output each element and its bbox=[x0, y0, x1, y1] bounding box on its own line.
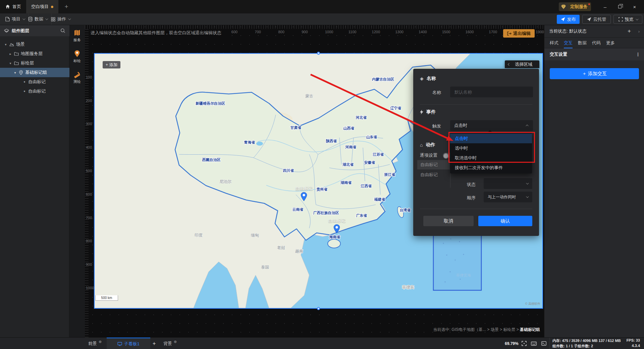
tool-service[interactable]: 服务 bbox=[69, 29, 85, 43]
interaction-settings-title: 交互设置 bbox=[550, 51, 567, 57]
cloud-host-button[interactable]: 云托管 bbox=[582, 15, 611, 24]
tab-more[interactable]: 更多 bbox=[606, 38, 615, 48]
map-label: 菲律宾海 bbox=[456, 273, 471, 277]
resize-handle-bottom[interactable] bbox=[317, 307, 320, 310]
order-select[interactable]: 与上一动作同时 bbox=[484, 192, 532, 202]
tree-item-map-service-layer[interactable]: ▸ 地图服务层 bbox=[0, 49, 69, 58]
map-label: 印度 bbox=[195, 233, 203, 238]
chevron-left-icon[interactable] bbox=[508, 63, 511, 65]
fit-screen-button[interactable] bbox=[520, 340, 528, 347]
tab-project-label: 空白项目 bbox=[31, 4, 49, 10]
action-list-item-selected[interactable]: 自由标记 bbox=[417, 160, 450, 169]
marker-pin-icon bbox=[333, 224, 340, 234]
tool-label: 测绘 bbox=[73, 79, 81, 84]
ruler-label: 1000 bbox=[86, 286, 94, 290]
map-label: 新疆维吾尔自治区 bbox=[195, 101, 225, 105]
add-circle-icon[interactable]: ⊕ bbox=[174, 340, 177, 344]
tree-item-basic-marker-group[interactable]: ▾ 基础标记组 bbox=[0, 68, 69, 77]
map-label: 蒙古 bbox=[305, 94, 313, 98]
tool-plot[interactable]: 标绘 bbox=[69, 50, 85, 63]
zoom-level[interactable]: 69.79% bbox=[505, 338, 519, 349]
menu-operation[interactable]: 操作 bbox=[47, 13, 74, 25]
ruler-label: 400 bbox=[86, 145, 92, 149]
state-select[interactable] bbox=[484, 178, 532, 189]
name-section-title: 名称 bbox=[427, 76, 436, 82]
subboard-tab[interactable]: 子看板1 bbox=[107, 338, 150, 349]
tab-code[interactable]: 代码 bbox=[592, 38, 601, 48]
add-circle-icon[interactable]: ⊕ bbox=[99, 340, 102, 344]
titlebar: 首页 空白项目 + 定制服务 – × bbox=[0, 0, 644, 13]
search-icon[interactable] bbox=[60, 28, 65, 33]
cancel-button[interactable]: 取消 bbox=[423, 216, 474, 226]
tree-item-plot-layer[interactable]: ▾ 标绘层 bbox=[0, 58, 69, 68]
dropdown-option-click[interactable]: 点击时 bbox=[450, 134, 532, 143]
tree-item-free-marker-2[interactable]: • 自由标记 bbox=[0, 87, 69, 96]
tool-survey[interactable]: 测绘 bbox=[69, 71, 85, 84]
confirm-button[interactable]: 确认 bbox=[478, 216, 532, 226]
tab-project[interactable]: 空白项目 bbox=[26, 0, 58, 13]
tree-item-scene[interactable]: ▾ 场景 bbox=[0, 40, 69, 49]
caret-right-icon[interactable]: ▸ bbox=[9, 52, 12, 56]
ruler-label: 600 bbox=[86, 192, 92, 196]
edit-mode-tip: 进入编辑状态会自动隐藏其他组件图层，双击空白区域退出编辑状态 bbox=[91, 30, 224, 36]
foreground-tab[interactable]: 前景 ⊕ bbox=[88, 338, 102, 349]
new-tab-button[interactable]: + bbox=[60, 0, 72, 13]
map-label: 安徽省 bbox=[364, 160, 375, 164]
trigger-dropdown-menu: 点击时 选中时 取消选中时 接收到二次开发中的事件 bbox=[450, 133, 532, 173]
minimize-button[interactable]: – bbox=[598, 0, 612, 13]
add-interaction-button[interactable]: ＋ 添加交互 bbox=[550, 68, 639, 79]
add-marker-button[interactable]: + 添加 bbox=[103, 61, 120, 68]
preview-button[interactable]: 预览 bbox=[613, 15, 642, 24]
map-marker[interactable]: 自由标记 bbox=[328, 218, 345, 234]
component-count: 组件数: 1 / 1 子组件数: 2 bbox=[552, 344, 593, 349]
console-button[interactable] bbox=[540, 340, 547, 347]
caret-down-icon[interactable]: ▾ bbox=[13, 71, 17, 74]
add-state-button[interactable]: + bbox=[628, 28, 631, 35]
tab-interaction[interactable]: 交互 bbox=[564, 38, 573, 48]
caret-down-icon[interactable]: ▾ bbox=[4, 43, 7, 46]
action-list-item[interactable]: 自由标记 bbox=[417, 170, 450, 180]
breadcrumb: 当前选中: GIS电子地图（基... > 场景 > 标绘层 > 基础标记组 bbox=[433, 327, 540, 333]
close-button[interactable]: × bbox=[627, 0, 642, 13]
tab-style[interactable]: 样式 bbox=[550, 38, 558, 48]
select-region-header[interactable]: 选择区域 bbox=[505, 60, 539, 68]
menu-operation-label: 操作 bbox=[57, 16, 66, 22]
exit-edit-button[interactable]: 退出编辑 bbox=[503, 29, 535, 38]
exit-edit-label: 退出编辑 bbox=[513, 31, 531, 37]
paper-plane-icon bbox=[561, 17, 565, 21]
plot-pin-icon bbox=[74, 50, 80, 57]
maximize-button[interactable] bbox=[612, 0, 627, 13]
divider bbox=[420, 104, 532, 105]
memory-stat: 内存: 475 / 3539 / 4096 MB 137 / 612 MB bbox=[552, 338, 621, 343]
chevron-right-icon[interactable]: › bbox=[638, 29, 640, 34]
dropdown-option-secondary-dev[interactable]: 接收到二次开发中的事件 bbox=[450, 163, 532, 172]
dropdown-option-deselect[interactable]: 取消选中时 bbox=[450, 153, 532, 163]
tab-home[interactable]: 首页 bbox=[0, 0, 26, 13]
ruler-label: 1900 bbox=[536, 30, 544, 34]
dropdown-option-select[interactable]: 选中时 bbox=[450, 143, 532, 153]
map-label: 泰国 bbox=[261, 265, 269, 269]
background-tab[interactable]: 背景 ⊕ bbox=[163, 338, 177, 349]
more-options-icon[interactable]: ⋮ bbox=[636, 52, 640, 57]
keyboard-shortcuts-button[interactable] bbox=[530, 340, 537, 347]
tab-data[interactable]: 数据 bbox=[578, 38, 587, 48]
custom-service-badge[interactable]: 定制服务 bbox=[559, 2, 591, 11]
map-label: 海南省 bbox=[329, 235, 340, 239]
map-marker[interactable]: 自由标记 bbox=[295, 186, 313, 201]
name-input[interactable] bbox=[450, 87, 533, 97]
map-scale: 500 km bbox=[95, 295, 118, 301]
chevron-down-icon bbox=[526, 195, 529, 198]
add-board-button[interactable]: + bbox=[153, 338, 156, 349]
resize-handle-top[interactable] bbox=[317, 52, 320, 55]
caret-down-icon[interactable]: ▾ bbox=[9, 61, 12, 65]
exit-icon bbox=[507, 32, 512, 36]
ruler-label: 800 bbox=[86, 239, 92, 243]
ruler-label: 1300 bbox=[395, 30, 403, 34]
tree-item-free-marker-1[interactable]: • 自由标记 bbox=[0, 77, 69, 87]
publish-button[interactable]: 发布 bbox=[557, 15, 580, 24]
add-label: 添加 bbox=[109, 62, 117, 68]
interaction-settings-header: 交互设置 ⋮ bbox=[544, 48, 644, 60]
breadcrumb-path: 当前选中: GIS电子地图（基... > 场景 > 标绘层 > bbox=[433, 327, 520, 332]
add-interaction-label: 添加交互 bbox=[588, 71, 607, 77]
trigger-select[interactable]: 点击时 bbox=[450, 120, 533, 131]
